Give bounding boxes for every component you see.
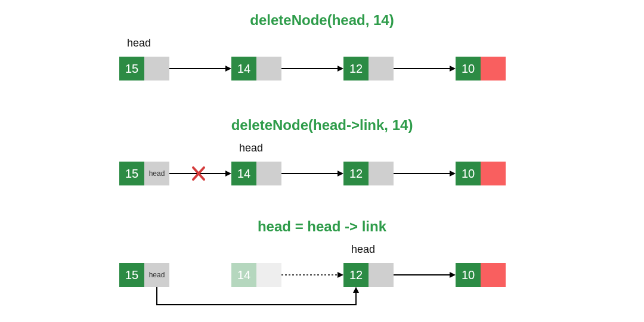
node-r3-2: 12 xyxy=(343,263,394,287)
title-delete-head-14: deleteNode(head, 14) xyxy=(0,12,644,29)
arrow-r1-0-1 xyxy=(169,64,231,73)
node-pointer xyxy=(369,263,394,287)
node-r2-0: 15 head xyxy=(119,162,169,185)
node-pointer-tail xyxy=(481,162,506,185)
node-value: 10 xyxy=(456,263,481,287)
svg-marker-7 xyxy=(225,171,231,177)
node-pointer: head xyxy=(144,263,169,287)
title-head-eq-headlink: head = head -> link xyxy=(0,218,644,235)
node-pointer-tail xyxy=(481,57,506,80)
arrow-r1-2-3 xyxy=(394,64,456,73)
svg-marker-15 xyxy=(338,272,343,278)
svg-marker-3 xyxy=(338,66,343,72)
head-label-r2: head xyxy=(239,142,263,154)
node-value: 15 xyxy=(119,162,144,185)
node-pointer xyxy=(256,57,281,80)
node-pointer xyxy=(256,263,281,287)
node-r3-0: 15 head xyxy=(119,263,169,287)
head-label-r1: head xyxy=(127,37,151,49)
node-pointer xyxy=(369,162,394,185)
node-value: 14 xyxy=(231,263,256,287)
node-value: 12 xyxy=(343,263,369,287)
node-value: 12 xyxy=(343,57,369,80)
svg-marker-18 xyxy=(353,287,359,293)
node-pointer: head xyxy=(144,162,169,185)
node-r3-1-faded: 14 xyxy=(231,263,281,287)
head-label-r3: head xyxy=(351,243,375,256)
node-r3-3: 10 xyxy=(456,263,506,287)
arrow-r2-1-2 xyxy=(281,169,343,178)
node-r2-1: 14 xyxy=(231,162,281,185)
node-value: 14 xyxy=(231,162,256,185)
arrow-r2-0-1 xyxy=(169,166,231,181)
node-r2-3: 10 xyxy=(456,162,506,185)
title-delete-headlink-14: deleteNode(head->link, 14) xyxy=(0,117,644,134)
node-r1-1: 14 xyxy=(231,57,281,80)
node-pointer xyxy=(369,57,394,80)
svg-marker-17 xyxy=(450,272,456,278)
node-pointer-tail xyxy=(481,263,506,287)
svg-line-8 xyxy=(193,168,204,179)
svg-line-9 xyxy=(193,168,204,179)
node-r2-2: 12 xyxy=(343,162,394,185)
node-pointer xyxy=(144,57,169,80)
arrow-r3-1-2-dotted xyxy=(281,271,343,279)
arrow-r3-2-3 xyxy=(394,271,456,279)
node-value: 15 xyxy=(119,263,144,287)
node-value: 15 xyxy=(119,57,144,80)
skip-arrow-r3-0-2 xyxy=(154,287,369,317)
node-pointer xyxy=(256,162,281,185)
svg-marker-1 xyxy=(225,66,231,72)
node-r1-3: 10 xyxy=(456,57,506,80)
node-r1-0: 15 xyxy=(119,57,169,80)
arrow-r1-1-2 xyxy=(281,64,343,73)
node-r1-2: 12 xyxy=(343,57,394,80)
node-value: 10 xyxy=(456,57,481,80)
node-value: 14 xyxy=(231,57,256,80)
arrow-r2-2-3 xyxy=(394,169,456,178)
svg-marker-5 xyxy=(450,66,456,72)
node-value: 12 xyxy=(343,162,369,185)
node-value: 10 xyxy=(456,162,481,185)
svg-marker-13 xyxy=(450,171,456,177)
svg-marker-11 xyxy=(338,171,343,177)
